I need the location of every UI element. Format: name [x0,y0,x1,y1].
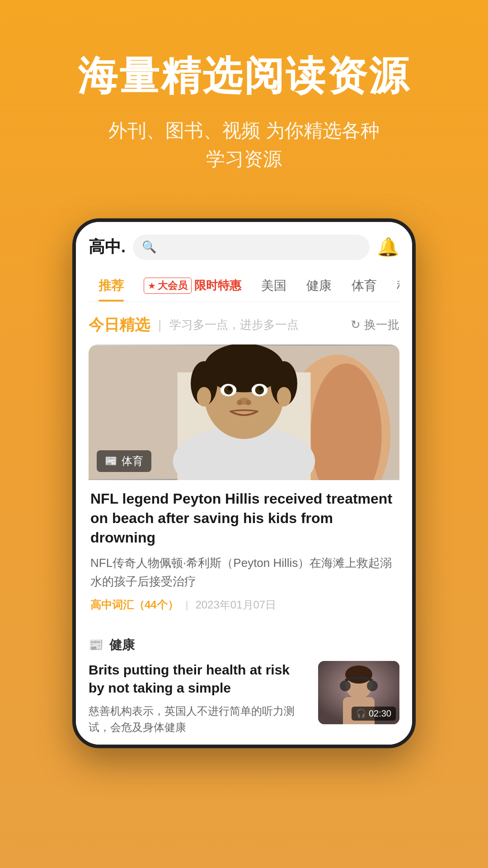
tab-tech[interactable]: 科技 [387,271,399,302]
vip-badge: ★ 大会员 [144,278,192,294]
article-brits-thumbnail: 🎧 02:30 [318,661,399,724]
phone-mockup: 高中. 🔍 🔔 推荐 ★ 大会员 限时特惠 [0,200,488,748]
tab-sports[interactable]: 体育 [342,271,387,302]
svg-point-26 [367,680,378,691]
svg-point-13 [255,386,264,395]
refresh-button[interactable]: ↻ 换一批 [351,317,399,333]
search-box[interactable]: 🔍 [133,235,370,260]
svg-point-14 [228,387,232,391]
hero-title: 海量精选阅读资源 [27,54,461,98]
svg-point-17 [237,400,242,405]
article-brits-desc: 慈善机构表示，英国人不进行简单的听力测试，会危及身体健康 [89,703,309,736]
meta-divider: | [186,599,188,611]
section-title-divider: | [158,318,161,332]
section-today-subtitle: 学习多一点，进步多一点 [169,317,299,333]
tab-health[interactable]: 健康 [296,271,342,302]
app-title: 高中. [89,236,126,258]
headphone-icon: 🎧 [356,708,366,718]
refresh-icon: ↻ [351,318,361,332]
video-duration: 🎧 02:30 [352,707,396,721]
article-brits-body: Brits putting their health at risk by no… [89,661,309,736]
section-label-icon: 📰 [89,638,103,652]
nav-tabs: 推荐 ★ 大会员 限时特惠 美国 健康 体育 [89,271,399,302]
article-brits-title: Brits putting their health at risk by no… [89,661,309,698]
svg-point-20 [277,387,291,406]
article-date: 2023年01月07日 [195,598,276,612]
article-nfl-desc: NFL传奇人物佩顿·希利斯（Peyton Hillis）在海滩上救起溺水的孩子后… [90,554,398,590]
phone-frame: 高中. 🔍 🔔 推荐 ★ 大会员 限时特惠 [72,218,416,748]
article-nfl-meta: 高中词汇（44个） | 2023年01月07日 [90,598,398,612]
search-icon: 🔍 [142,240,156,254]
article-image-nfl: 📰 体育 [89,344,399,480]
section-health-text: 健康 [109,637,135,654]
article-nfl-title: NFL legend Peyton Hillis received treatm… [90,489,398,548]
tab-vip[interactable]: ★ 大会员 限时特惠 [134,271,251,302]
today-title: 今日精选 [89,315,150,335]
app-content: 今日精选 | 学习多一点，进步多一点 ↻ 换一批 [76,302,412,745]
article-row-brits[interactable]: Brits putting their health at risk by no… [89,661,399,745]
svg-point-24 [345,665,372,684]
article-card-nfl[interactable]: 📰 体育 NFL legend Peyton Hillis received t… [89,344,399,617]
section-title-group: 今日精选 | 学习多一点，进步多一点 [89,315,299,335]
vip-badge-text: 大会员 [158,279,188,292]
vocab-tag[interactable]: 高中词汇（44个） [90,598,178,612]
svg-point-18 [246,400,251,405]
tab-usa[interactable]: 美国 [251,271,296,302]
svg-point-25 [340,680,351,691]
tab-recommend[interactable]: 推荐 [89,271,134,302]
article-nfl-body: NFL legend Peyton Hillis received treatm… [89,480,399,617]
top-bar: 高中. 🔍 🔔 [89,235,399,260]
svg-point-19 [197,387,211,406]
vip-star-icon: ★ [148,280,156,291]
health-section-label: 📰 健康 [89,627,399,661]
tag-icon: 📰 [105,455,117,467]
hero-section: 海量精选阅读资源 外刊、图书、视频 为你精选各种 学习资源 [0,0,488,200]
app-header: 高中. 🔍 🔔 推荐 ★ 大会员 限时特惠 [76,222,412,302]
article-category-tag: 📰 体育 [97,450,151,472]
svg-point-15 [259,387,263,391]
vip-promo-label: 限时特惠 [194,278,241,293]
svg-point-12 [224,386,233,395]
notification-bell-icon[interactable]: 🔔 [377,236,399,258]
hero-subtitle: 外刊、图书、视频 为你精选各种 学习资源 [27,116,461,173]
today-section-header: 今日精选 | 学习多一点，进步多一点 ↻ 换一批 [89,302,399,344]
